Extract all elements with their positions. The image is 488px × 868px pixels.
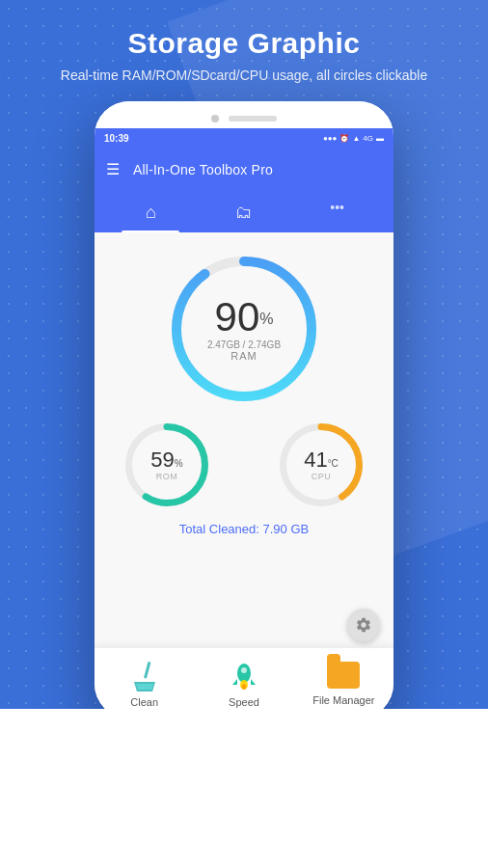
nav-files[interactable]: File Manager [294, 662, 393, 706]
battery-icon: ▬ [376, 134, 384, 143]
more-icon: ••• [330, 200, 344, 225]
alarm-icon: ⏰ [339, 134, 349, 143]
ram-label: RAM [207, 350, 281, 362]
svg-marker-11 [232, 679, 237, 685]
rom-value-display: 59% ROM [150, 449, 182, 481]
status-time: 10:39 [104, 133, 129, 144]
bottom-section [0, 709, 488, 868]
phone-speaker [229, 116, 277, 122]
page-title: Storage Graphic [61, 27, 427, 60]
home-icon: ⌂ [146, 203, 156, 223]
ram-value-display: 90% 2.47GB / 2.74GB RAM [207, 297, 281, 362]
folder-icon [327, 662, 360, 691]
cpu-percent: 41 [304, 448, 327, 472]
ram-unit: % [259, 311, 273, 327]
small-circles-row: 59% ROM 41°C CPU [104, 421, 384, 508]
svg-marker-12 [251, 679, 256, 685]
cpu-circle[interactable]: 41°C CPU [278, 421, 365, 508]
rom-unit: % [175, 458, 183, 469]
total-cleaned: Total Cleaned: 7.90 GB [179, 522, 309, 536]
clean-icon [128, 660, 161, 692]
svg-point-10 [241, 667, 247, 673]
phone-mockup: 10:39 ●●● ⏰ ▲ 4G ▬ ☰ All-In-One Toolbox … [95, 101, 393, 719]
network-icon: 4G [363, 134, 373, 143]
rom-circle[interactable]: 59% ROM [123, 421, 210, 508]
status-icons: ●●● ⏰ ▲ 4G ▬ [323, 134, 384, 143]
svg-point-14 [241, 684, 246, 690]
status-bar: 10:39 ●●● ⏰ ▲ 4G ▬ [95, 128, 393, 148]
nav-files-label: File Manager [312, 694, 374, 706]
nav-speed-label: Speed [229, 696, 259, 708]
tab-home[interactable]: ⌂ [104, 192, 198, 232]
bottom-nav: Clean Speed File [95, 647, 393, 719]
nav-clean[interactable]: Clean [95, 660, 194, 708]
toolbox-icon: 🗂 [235, 203, 253, 223]
tab-tools[interactable]: 🗂 [198, 192, 291, 232]
cpu-label: CPU [304, 472, 339, 481]
phone-camera [211, 115, 219, 122]
signal-icon: ●●● [323, 134, 338, 143]
main-content: 90% 2.47GB / 2.74GB RAM 59% ROM [95, 232, 393, 647]
tab-more[interactable]: ••• [290, 192, 384, 232]
phone-physical-top [95, 101, 393, 128]
app-title: All-In-One Toolbox Pro [133, 162, 273, 177]
rom-label: ROM [150, 472, 182, 481]
svg-rect-6 [144, 661, 151, 678]
nav-clean-label: Clean [130, 696, 158, 708]
ram-percent: 90 [215, 294, 260, 339]
ram-circle[interactable]: 90% 2.47GB / 2.74GB RAM [167, 252, 321, 406]
svg-marker-8 [136, 684, 153, 690]
nav-speed[interactable]: Speed [194, 660, 293, 708]
settings-fab[interactable] [347, 609, 380, 641]
menu-icon[interactable]: ☰ [106, 162, 120, 177]
rom-percent: 59 [150, 448, 174, 472]
speed-icon [228, 660, 260, 692]
app-bar: ☰ All-In-One Toolbox Pro [95, 148, 393, 192]
tab-bar: ⌂ 🗂 ••• [95, 192, 393, 232]
cpu-unit: °C [328, 458, 339, 469]
ram-usage: 2.47GB / 2.74GB [207, 339, 281, 350]
cpu-value-display: 41°C CPU [304, 449, 339, 481]
page-subtitle: Real-time RAM/ROM/SDcard/CPU usage, all … [61, 66, 427, 86]
wifi-icon: ▲ [352, 134, 360, 143]
